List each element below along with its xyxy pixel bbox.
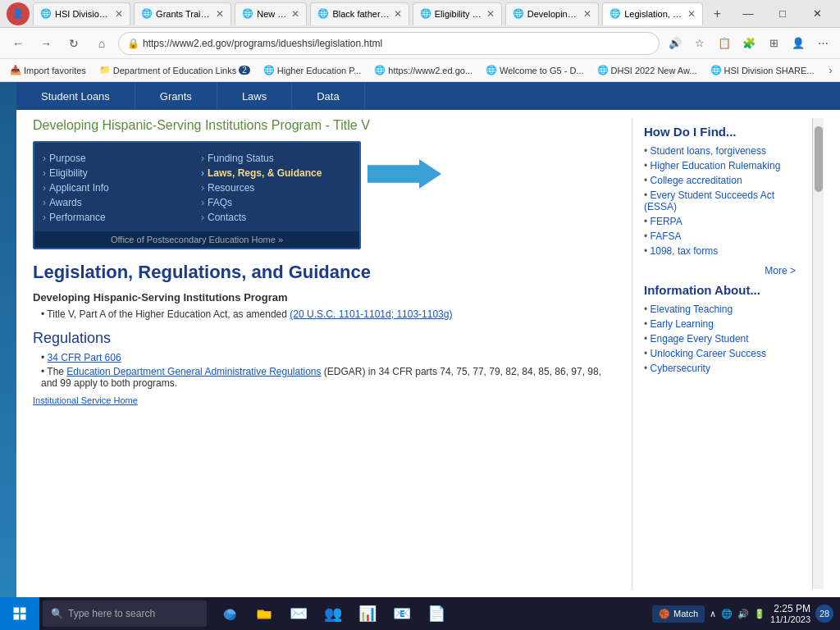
- legislation-link-1[interactable]: (20 U.S.C. 1101-1101d; 1103-1103g): [290, 308, 452, 320]
- sidebar-item-fafsa[interactable]: FAFSA: [644, 231, 796, 242]
- taskbar-teams-icon[interactable]: 👥: [317, 597, 349, 630]
- tab-close-3[interactable]: ✕: [291, 8, 299, 20]
- taskbar-file-explorer-icon[interactable]: [248, 597, 281, 630]
- taskbar-pdf-icon[interactable]: 📄: [420, 597, 453, 630]
- favorites-bar: 📥 Import favorites 📁 Department of Educa…: [0, 59, 840, 82]
- taskbar-search[interactable]: 🔍 Type here to search: [43, 600, 207, 627]
- scrollbar[interactable]: [812, 118, 824, 589]
- nav-box-footer[interactable]: Office of Postsecondary Education Home »: [34, 231, 359, 248]
- profile-icon[interactable]: 👤: [7, 2, 30, 25]
- tab-close-6[interactable]: ✕: [583, 8, 591, 20]
- nav-purpose[interactable]: Purpose: [43, 151, 193, 166]
- tab-close-1[interactable]: ✕: [115, 8, 123, 20]
- time-display: 2:25 PM: [770, 603, 810, 614]
- notification-badge[interactable]: 28: [815, 605, 833, 623]
- nav-laws-regs[interactable]: Laws, Regs, & Guidance: [201, 166, 351, 180]
- clock[interactable]: 2:25 PM 11/1/2023: [770, 603, 810, 624]
- tab-close-4[interactable]: ✕: [394, 8, 402, 20]
- regulation-item-2: The Education Department General Adminis…: [41, 366, 615, 389]
- start-button[interactable]: [0, 597, 39, 630]
- favorites-icon[interactable]: ☆: [689, 33, 710, 54]
- fav-import[interactable]: 📥 Import favorites: [7, 63, 89, 77]
- taskbar-mail-icon[interactable]: ✉️: [282, 597, 315, 630]
- fav-welcome-g5[interactable]: 🌐 Welcome to G5 - D...: [482, 63, 587, 77]
- fav-hsi-share[interactable]: 🌐 HSI Division SHARE...: [707, 63, 818, 77]
- minimize-button[interactable]: —: [732, 2, 765, 25]
- nav-data[interactable]: Data: [292, 82, 364, 110]
- nav-student-loans[interactable]: Student Loans: [16, 82, 135, 110]
- close-button[interactable]: ✕: [801, 2, 833, 25]
- settings-menu-icon[interactable]: ⋯: [812, 33, 833, 54]
- taskbar-powerpoint-icon[interactable]: 📊: [351, 597, 384, 630]
- tab-black-father[interactable]: 🌐 Black father ,... ✕: [310, 2, 409, 25]
- home-button[interactable]: ⌂: [90, 32, 113, 55]
- taskbar-edge-icon[interactable]: [213, 597, 246, 630]
- collections-icon[interactable]: 📋: [714, 33, 735, 54]
- back-button[interactable]: ←: [7, 32, 30, 55]
- fav-ed-gov-icon: 🌐: [374, 65, 386, 75]
- sidebar-item-teaching[interactable]: Elevating Teaching: [644, 304, 796, 315]
- url-text: https://www2.ed.gov/programs/idueshsi/le…: [143, 38, 382, 49]
- nav-performance[interactable]: Performance: [43, 210, 193, 225]
- tab-close-5[interactable]: ✕: [486, 8, 495, 20]
- tray-battery-icon[interactable]: 🔋: [754, 609, 765, 619]
- sidebar-item-ferpa[interactable]: FERPA: [644, 216, 796, 227]
- nav-grants[interactable]: Grants: [135, 82, 217, 110]
- forward-button[interactable]: →: [34, 32, 57, 55]
- tab-legislation[interactable]: 🌐 Legislation, R... ✕: [602, 2, 703, 25]
- content-area: Student Loans Grants Laws Data Developin…: [16, 82, 840, 597]
- scroll-thumb[interactable]: [815, 126, 823, 192]
- institutional-link[interactable]: Institutional Service Home: [33, 395, 138, 405]
- fav-hsi-share-icon: 🌐: [710, 65, 722, 75]
- url-bar[interactable]: 🔒 https://www2.ed.gov/programs/idueshsi/…: [118, 32, 660, 55]
- tab-label-4: Black father ,...: [332, 9, 390, 19]
- sidebar-item-student-loans[interactable]: Student loans, forgiveness: [644, 145, 796, 157]
- address-bar: ← → ↻ ⌂ 🔒 https://www2.ed.gov/programs/i…: [0, 28, 840, 59]
- extensions-icon[interactable]: 🧩: [738, 33, 760, 54]
- tab-grants-training[interactable]: 🌐 Grants Traini... ✕: [134, 2, 231, 25]
- nav-contacts[interactable]: Contacts: [201, 210, 351, 225]
- sidebar-item-cybersecurity[interactable]: Cybersecurity: [644, 363, 796, 374]
- tray-speaker-icon[interactable]: 🔊: [737, 609, 749, 619]
- profile-menu-icon[interactable]: 👤: [788, 33, 809, 54]
- tab-hsi-division[interactable]: 🌐 HSI Division ... ✕: [33, 2, 130, 25]
- sidebar-item-1098[interactable]: 1098, tax forms: [644, 245, 796, 257]
- legislation-list: Title V, Part A of the Higher Education …: [33, 308, 615, 320]
- sidebar-item-accreditation[interactable]: College accreditation: [644, 175, 796, 186]
- tab-developing[interactable]: 🌐 Developing ... ✕: [505, 2, 599, 25]
- nav-applicant-info[interactable]: Applicant Info: [43, 180, 193, 195]
- refresh-button[interactable]: ↻: [62, 32, 85, 55]
- tray-arrow[interactable]: ∧: [710, 609, 716, 619]
- sidebar-item-early-learning[interactable]: Early Learning: [644, 318, 796, 330]
- fav-dept-education[interactable]: 📁 Department of Education Links 2: [96, 63, 253, 77]
- nav-laws[interactable]: Laws: [217, 82, 292, 110]
- sidebar-item-rulemaking[interactable]: Higher Education Rulemaking: [644, 160, 796, 171]
- split-screen-icon[interactable]: ⊞: [763, 33, 784, 54]
- nav-funding-status[interactable]: Funding Status: [201, 151, 351, 166]
- sidebar-item-essa[interactable]: Every Student Succeeds Act (ESSA): [644, 189, 796, 212]
- read-aloud-icon[interactable]: 🔊: [664, 33, 686, 54]
- tab-close-7[interactable]: ✕: [687, 8, 696, 20]
- nav-resources[interactable]: Resources: [201, 180, 351, 195]
- nav-eligibility[interactable]: Eligibility: [43, 166, 193, 180]
- favorites-more-button[interactable]: ›: [824, 63, 838, 78]
- nav-awards[interactable]: Awards: [43, 195, 193, 210]
- sidebar-item-career[interactable]: Unlocking Career Success: [644, 348, 796, 359]
- fav-dhsi[interactable]: 🌐 DHSI 2022 New Aw...: [594, 63, 701, 77]
- tab-eligibility[interactable]: 🌐 Eligibility - ... ✕: [413, 2, 502, 25]
- fav-higher-ed[interactable]: 🌐 Higher Education P...: [260, 63, 365, 77]
- taskbar-outlook-icon[interactable]: 📧: [386, 597, 418, 630]
- how-more-link[interactable]: More >: [644, 265, 796, 276]
- sidebar-item-engage[interactable]: Engage Every Student: [644, 333, 796, 345]
- tray-network-icon[interactable]: 🌐: [721, 609, 733, 619]
- tab-new-tab[interactable]: 🌐 New tab ✕: [235, 2, 307, 25]
- cfr-part-606-link[interactable]: 34 CFR Part 606: [48, 352, 121, 363]
- fav-ed-gov[interactable]: 🌐 https://www2.ed.go...: [371, 63, 476, 77]
- edgar-text: The: [47, 366, 66, 377]
- tab-close-2[interactable]: ✕: [216, 8, 224, 20]
- edgar-link[interactable]: Education Department General Administrat…: [66, 366, 321, 377]
- new-tab-button[interactable]: +: [706, 2, 728, 25]
- maximize-button[interactable]: □: [766, 2, 799, 25]
- nav-faqs[interactable]: FAQs: [201, 195, 351, 210]
- nba-widget[interactable]: 🏀 Match: [652, 605, 705, 623]
